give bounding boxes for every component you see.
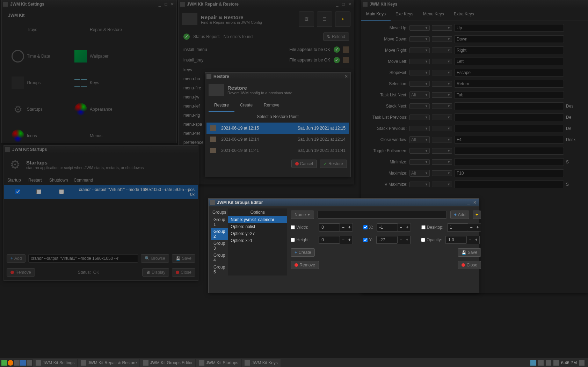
key-input[interactable] — [454, 102, 564, 110]
key-input[interactable] — [454, 24, 564, 32]
star-button[interactable]: ✦ — [473, 211, 481, 219]
key-input[interactable] — [454, 35, 564, 43]
file-row[interactable]: install_menuFile appears to be OK✓ — [179, 44, 354, 55]
close-button[interactable]: ✕ — [169, 2, 175, 7]
key-input[interactable] — [454, 80, 564, 88]
width-input[interactable] — [319, 223, 340, 231]
titlebar[interactable]: JWM Kit Settings _ □ ✕ — [2, 0, 176, 8]
tray-icon[interactable] — [553, 360, 559, 366]
group-item[interactable]: Group 3 — [211, 240, 228, 252]
edit-icon[interactable] — [343, 46, 349, 53]
option-item[interactable]: Name: jwmkit_calendar — [228, 216, 287, 223]
close-button[interactable]: Close — [172, 268, 195, 277]
item-icons[interactable]: Icons — [12, 130, 60, 142]
cancel-button[interactable]: Cancel — [291, 160, 317, 168]
maximize-button[interactable]: □ — [341, 2, 346, 7]
edit-icon[interactable] — [343, 57, 349, 63]
y-checkbox[interactable] — [363, 238, 368, 242]
desktop-input[interactable] — [447, 223, 468, 231]
key-input[interactable] — [454, 158, 564, 166]
item-startups[interactable]: ⚙Startups — [12, 103, 60, 116]
restore-point[interactable]: 2021-06-19 at 12:14Sat, Jun 19 2021 at 1… — [206, 134, 349, 145]
mod1-select[interactable]: ▼ — [409, 159, 430, 165]
add-button[interactable]: +Add — [450, 211, 469, 219]
minimize-button[interactable]: _ — [334, 2, 340, 7]
col-shutdown[interactable]: Shutdown — [49, 178, 74, 183]
group-item[interactable]: Group 5 — [211, 264, 228, 276]
mod2-select[interactable]: ▼ — [432, 92, 452, 98]
option-item[interactable]: Option: x:-1 — [228, 237, 287, 244]
col-command[interactable]: Command — [74, 178, 93, 183]
item-menus[interactable]: Menus — [74, 130, 123, 142]
remove-button[interactable]: Remove — [7, 268, 35, 277]
mod1-select[interactable]: ▼ — [409, 59, 430, 64]
taskbar-task[interactable]: JWM Kit Settings — [33, 359, 77, 367]
mod2-select[interactable]: ▼ — [432, 182, 452, 187]
mod2-select[interactable]: ▼ — [432, 70, 452, 75]
mod1-select[interactable]: Alt▼ — [409, 170, 430, 177]
restart-checkbox[interactable] — [36, 189, 41, 194]
image-button[interactable]: 🖼 — [299, 12, 314, 27]
mod2-select[interactable]: ▼ — [432, 47, 452, 53]
mod2-select[interactable]: ▼ — [432, 36, 452, 42]
close-button[interactable]: ✕ — [347, 2, 353, 7]
pager-icon[interactable] — [530, 360, 536, 366]
mod1-select[interactable]: ▼ — [409, 148, 430, 154]
key-input[interactable] — [454, 46, 564, 54]
opacity-input[interactable] — [446, 236, 467, 244]
item-time[interactable]: Time & Date — [12, 50, 60, 63]
height-checkbox[interactable] — [291, 238, 295, 242]
decrement-button[interactable]: − — [398, 225, 404, 230]
increment-button[interactable]: + — [474, 225, 481, 230]
decrement-button[interactable]: − — [398, 237, 404, 242]
tab-exe[interactable]: Exe Keys — [391, 8, 418, 21]
mod1-select[interactable]: ▼ — [409, 182, 430, 187]
mod1-select[interactable]: ▼ — [409, 103, 430, 109]
shutdown-checkbox[interactable] — [59, 189, 64, 194]
mod1-select[interactable]: Alt▼ — [409, 91, 430, 98]
save-button[interactable]: Save — [458, 248, 481, 257]
files-icon[interactable] — [20, 360, 26, 366]
decrement-button[interactable]: − — [340, 237, 346, 242]
minimize-button[interactable]: _ — [466, 200, 471, 205]
mod2-select[interactable]: ▼ — [432, 81, 452, 87]
x-input[interactable] — [377, 223, 398, 231]
mod2-select[interactable]: ▼ — [432, 25, 452, 31]
terminal-icon[interactable] — [14, 360, 20, 366]
col-restart[interactable]: Restart — [28, 178, 49, 183]
taskbar-task[interactable]: JWM Kit Groups Editor — [140, 359, 195, 367]
star-button[interactable]: ✦ — [335, 12, 350, 27]
mod1-select[interactable]: ▼ — [409, 47, 430, 53]
restore-point[interactable]: 2021-06-19 at 11:41Sat, Jun 19 2021 at 1… — [206, 145, 349, 156]
key-input[interactable] — [454, 58, 564, 65]
key-input[interactable] — [454, 181, 564, 188]
firefox-icon[interactable] — [8, 360, 13, 366]
item-repair[interactable]: Repair & Restore — [74, 23, 123, 36]
close-button[interactable]: ✕ — [472, 200, 478, 205]
option-item[interactable]: Option: y:-27 — [228, 230, 287, 237]
tray-icon[interactable] — [546, 360, 551, 366]
clock[interactable]: 6:46 PM — [561, 360, 577, 365]
mod2-select[interactable]: ▼ — [432, 103, 452, 109]
height-input[interactable] — [319, 236, 340, 244]
y-input[interactable] — [377, 236, 398, 244]
mod1-select[interactable]: ▼ — [409, 70, 430, 75]
mod2-select[interactable]: ▼ — [432, 170, 452, 176]
key-input[interactable] — [454, 125, 564, 132]
increment-button[interactable]: + — [404, 237, 410, 242]
tab-extra[interactable]: Extra Keys — [449, 8, 479, 21]
tab-create[interactable]: Create — [234, 99, 258, 112]
key-input[interactable] — [454, 69, 564, 76]
mod2-select[interactable]: ▼ — [432, 159, 452, 165]
startup-checkbox[interactable] — [15, 189, 20, 194]
name-input[interactable] — [318, 211, 447, 219]
titlebar[interactable]: JWM Kit Startups — [4, 146, 198, 153]
mod1-select[interactable]: ▼ — [409, 126, 430, 131]
close-button[interactable]: ✕ — [343, 74, 349, 79]
mod1-select[interactable]: ▼ — [409, 25, 430, 31]
mod2-select[interactable]: ▼ — [432, 148, 452, 154]
opacity-checkbox[interactable] — [421, 238, 425, 242]
display-button[interactable]: 🖥Display — [142, 268, 169, 277]
key-input[interactable] — [454, 91, 564, 99]
item-appearance[interactable]: Appearance — [74, 103, 123, 116]
